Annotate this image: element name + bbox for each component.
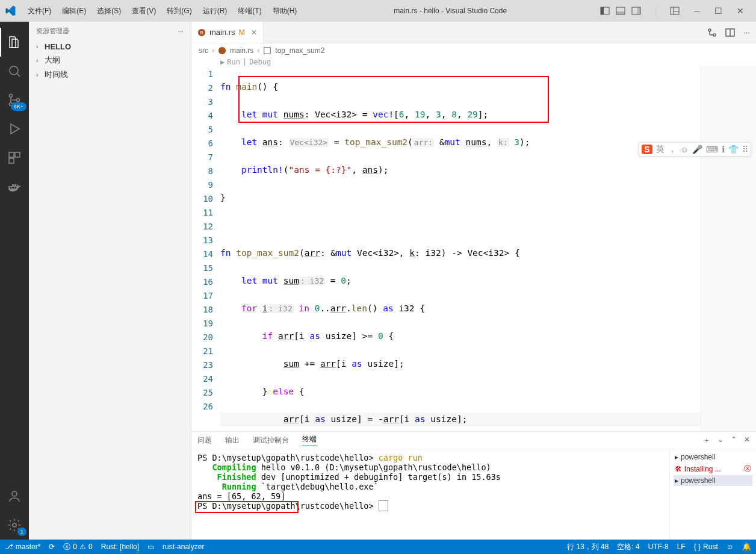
terminal-item-installing[interactable]: 🛠Installing ...ⓧ (674, 462, 752, 475)
menu-run[interactable]: 运行(R) (198, 4, 232, 19)
sidebar-more-icon[interactable]: ··· (178, 28, 184, 35)
kill-terminal-icon[interactable]: ⓧ (744, 464, 751, 474)
ime-voice-icon[interactable]: 🎤 (692, 145, 702, 154)
code-content[interactable]: fn main() { let mut nums: Vec<i32> = vec… (220, 66, 701, 431)
close-window-icon[interactable]: ✕ (730, 2, 751, 19)
tab-label: main.rs (209, 28, 235, 37)
codelens-run[interactable]: Run (227, 58, 240, 66)
activity-extensions-icon[interactable] (0, 143, 29, 172)
panel-tab-problems[interactable]: 问题 (197, 435, 212, 446)
status-cursor-position[interactable]: 行 13，列 48 (567, 542, 609, 552)
status-feedback-icon[interactable]: ☺ (727, 543, 734, 551)
terminal-icon: ▸ (675, 476, 678, 485)
ime-skin-icon[interactable]: 👕 (728, 145, 739, 154)
ime-punct-icon[interactable]: ， (668, 144, 677, 155)
codelens-debug[interactable]: Debug (249, 58, 271, 66)
symbol-function-icon (263, 46, 271, 55)
status-language[interactable]: { } Rust (694, 543, 718, 551)
panel-close-icon[interactable]: ✕ (744, 435, 750, 446)
editor-area: R main.rs M ✕ ··· src › main.rs › top_ma… (191, 22, 756, 540)
breadcrumb-src[interactable]: src (199, 46, 208, 55)
panel-tab-debug-console[interactable]: 调试控制台 (253, 435, 289, 446)
layout-bottom-icon[interactable] (615, 5, 627, 17)
menu-terminal[interactable]: 终端(T) (233, 4, 266, 19)
ime-keyboard-icon[interactable]: ⌨ (706, 145, 718, 154)
status-encoding[interactable]: UTF-8 (648, 543, 669, 551)
window-title: main.rs - hello - Visual Studio Code (302, 7, 599, 15)
status-indentation[interactable]: 空格: 4 (617, 542, 639, 552)
terminal-item-powershell-2[interactable]: ▸powershell (674, 475, 752, 486)
code-lens: ▶ Run | Debug (191, 58, 756, 66)
menu-view[interactable]: 查看(V) (127, 4, 161, 19)
menu-selection[interactable]: 选择(S) (92, 4, 126, 19)
activity-search-icon[interactable] (0, 57, 29, 86)
breadcrumb-file[interactable]: main.rs (230, 46, 253, 55)
svg-rect-16 (15, 152, 20, 157)
menubar: 文件(F) 编辑(E) 选择(S) 查看(V) 转到(G) 运行(R) 终端(T… (23, 4, 302, 19)
ime-emoji-icon[interactable]: ☺ (680, 145, 689, 154)
terminal-output[interactable]: PS D:\mysetup\gopath\rustcode\hello> car… (191, 449, 669, 540)
activity-settings-icon[interactable]: 1 (0, 511, 29, 540)
menu-file[interactable]: 文件(F) (23, 4, 56, 19)
editor-more-icon[interactable]: ··· (743, 28, 750, 37)
minimize-icon[interactable]: ─ (687, 2, 707, 19)
svg-point-9 (10, 66, 18, 75)
rust-file-icon: R (197, 28, 206, 37)
status-sync-icon[interactable]: ⟳ (49, 543, 55, 551)
terminal-item-powershell-1[interactable]: ▸powershell (674, 452, 752, 462)
sidebar-section-hello[interactable]: ›HELLO (29, 40, 191, 53)
svg-point-19 (13, 523, 16, 527)
status-rust-analyzer[interactable]: rust-analyzer (163, 543, 204, 551)
svg-marker-14 (11, 124, 19, 134)
split-editor-icon[interactable] (725, 28, 735, 37)
status-problems[interactable]: ⓧ 0 ⚠ 0 (63, 542, 92, 552)
activity-accounts-icon[interactable] (0, 482, 29, 511)
panel-tab-terminal[interactable]: 终端 (302, 434, 317, 446)
vscode-icon (5, 5, 16, 16)
breadcrumbs[interactable]: src › main.rs › top_max_sum2 (191, 43, 756, 58)
status-notifications-icon[interactable]: 🔔 (742, 543, 751, 551)
menu-go[interactable]: 转到(G) (162, 4, 196, 19)
menu-help[interactable]: 帮助(H) (268, 4, 302, 19)
svg-point-23 (713, 34, 716, 36)
status-eol[interactable]: LF (677, 543, 686, 551)
status-layout-icon[interactable]: ▭ (147, 543, 154, 551)
status-branch[interactable]: ⎇ master* (5, 543, 40, 551)
minimap[interactable] (701, 66, 756, 431)
panel: 问题 输出 调试控制台 终端 ＋ ⌄ ⌃ ✕ PS D:\mysetup\gop… (191, 431, 756, 540)
code-editor[interactable]: 1234567891011121314151617181920212324252… (191, 66, 756, 431)
sidebar-section-timeline[interactable]: ›时间线 (29, 67, 191, 82)
ime-info-icon[interactable]: ℹ (722, 145, 725, 154)
activity-docker-icon[interactable] (0, 172, 29, 201)
annotation-box-terminal (195, 501, 299, 513)
panel-tab-output[interactable]: 输出 (225, 435, 240, 446)
maximize-icon[interactable]: ☐ (707, 2, 730, 19)
status-rust-project[interactable]: Rust: [hello] (101, 543, 139, 551)
tab-close-icon[interactable]: ✕ (251, 28, 257, 37)
terminal-icon: ▸ (675, 453, 678, 461)
ime-lang[interactable]: 英 (656, 144, 665, 155)
svg-rect-3 (616, 11, 625, 14)
ime-grid-icon[interactable]: ⠿ (742, 145, 748, 154)
scm-badge: 6K+ (11, 102, 26, 111)
activity-source-control-icon[interactable]: 6K+ (0, 86, 29, 114)
layout-secondary-icon[interactable] (630, 5, 642, 17)
terminal-dropdown-icon[interactable]: ⌄ (717, 435, 723, 446)
terminal-new-icon[interactable]: ＋ (703, 435, 710, 446)
breadcrumb-symbol[interactable]: top_max_sum2 (275, 46, 324, 55)
terminal-list: ▸powershell 🛠Installing ...ⓧ ▸powershell (669, 449, 756, 540)
activity-explorer-icon[interactable] (0, 28, 29, 57)
tab-main-rs[interactable]: R main.rs M ✕ (191, 22, 264, 43)
compare-changes-icon[interactable] (707, 28, 717, 37)
sidebar-explorer: 资源管理器 ··· ›HELLO ›大纲 ›时间线 (29, 22, 191, 540)
activity-run-debug-icon[interactable] (0, 114, 29, 143)
menu-edit[interactable]: 编辑(E) (57, 4, 91, 19)
ime-toolbar[interactable]: S 英 ， ☺ 🎤 ⌨ ℹ 👕 ⠿ (639, 142, 751, 157)
layout-customize-icon[interactable] (669, 5, 681, 17)
svg-point-11 (10, 95, 13, 98)
panel-maximize-icon[interactable]: ⌃ (731, 435, 737, 446)
tab-modified-flag: M (239, 28, 245, 37)
svg-rect-5 (637, 7, 640, 14)
layout-primary-icon[interactable] (599, 5, 611, 17)
sidebar-section-outline[interactable]: ›大纲 (29, 53, 191, 67)
